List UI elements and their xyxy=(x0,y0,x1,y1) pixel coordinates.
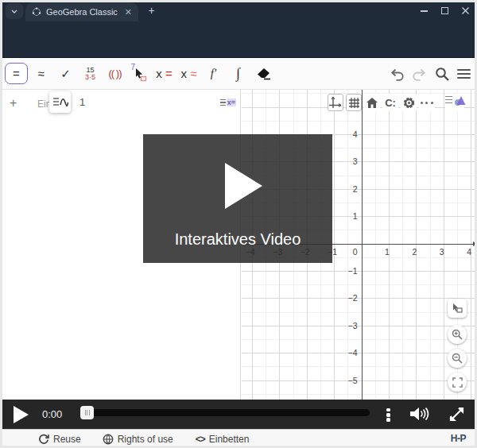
pointer-icon xyxy=(452,303,463,314)
zoom-in-button[interactable] xyxy=(448,325,467,344)
tab-close-icon[interactable]: ✕ xyxy=(125,8,132,17)
input-hint-text[interactable]: Ein xyxy=(37,98,49,110)
seek-bar[interactable] xyxy=(82,409,370,416)
redo-icon[interactable] xyxy=(412,67,428,82)
new-tab-button[interactable]: + xyxy=(145,4,158,17)
home-button[interactable] xyxy=(364,94,380,111)
close-button[interactable] xyxy=(460,6,471,16)
cas-factor-button[interactable]: 153·5 xyxy=(79,63,102,84)
minimize-button[interactable] xyxy=(419,6,429,16)
browser-tab[interactable]: GeoGebra Classic ✕ xyxy=(25,2,138,21)
seek-handle[interactable] xyxy=(80,406,94,419)
axes-icon xyxy=(328,96,343,109)
sort-badge: x= xyxy=(227,98,236,106)
home-icon xyxy=(366,97,378,109)
video-overlay[interactable]: Interaktives Video xyxy=(143,134,332,263)
tab-search-button[interactable] xyxy=(6,3,23,19)
y-tick-label: −4 xyxy=(348,348,358,357)
rights-of-use-button[interactable]: Rights of use xyxy=(103,434,173,445)
cas-integral-button[interactable]: ∫ xyxy=(227,63,250,84)
cas-substitute-button[interactable]: 7 xyxy=(128,63,151,84)
h5p-logo: H-P xyxy=(451,433,466,444)
algebra-wave-icon xyxy=(52,96,68,109)
reset-view-button[interactable] xyxy=(448,299,467,318)
y-tick-label: −2 xyxy=(348,293,358,303)
show-grid-button[interactable] xyxy=(346,94,362,111)
cas-toolbar: = ≈ ✓ 153·5 (( )) 7 x = x ≈ xyxy=(0,58,477,90)
screenshot-root: GeoGebra Classic ✕ + xyxy=(0,0,477,448)
embed-button[interactable]: <> Einbetten xyxy=(196,434,250,445)
volume-button[interactable] xyxy=(409,406,429,425)
y-tick-label: 3 xyxy=(353,156,358,166)
x-tick-label: 2 xyxy=(412,247,417,257)
minimize-icon xyxy=(421,10,428,12)
fullscreen-icon xyxy=(452,377,463,388)
grid-icon xyxy=(348,97,360,109)
zoom-out-button[interactable] xyxy=(448,349,467,368)
stylebar-toggle-button[interactable] xyxy=(445,94,464,111)
search-icon[interactable] xyxy=(435,67,450,82)
expand-arrows-icon xyxy=(448,406,465,423)
kebab-icon xyxy=(421,102,423,104)
maximize-icon xyxy=(441,7,448,14)
player-menu-button[interactable] xyxy=(386,407,390,423)
h5p-footer: Reuse Rights of use <> Einbetten H-P xyxy=(0,429,477,448)
gear-icon xyxy=(402,96,416,110)
y-axis xyxy=(362,90,363,400)
toolbar-right-actions xyxy=(389,58,471,90)
x-tick-label: 1 xyxy=(385,247,390,257)
cas-nsolve-button[interactable]: x ≈ xyxy=(177,63,200,84)
add-row-button[interactable]: + xyxy=(10,96,17,110)
settings-button[interactable] xyxy=(401,94,417,111)
zoom-in-icon xyxy=(452,329,463,340)
rights-icon xyxy=(103,434,114,445)
eraser-icon xyxy=(255,67,271,81)
cas-solve-button[interactable]: x = xyxy=(153,63,176,84)
kebab-icon xyxy=(386,408,390,412)
cas-delete-button[interactable] xyxy=(251,63,274,84)
capture-button[interactable]: C: xyxy=(382,94,398,111)
substitute-cursor-icon xyxy=(131,65,149,83)
geogebra-favicon xyxy=(32,7,41,17)
bookmarks-bar: ORGABERUFUNG_IBERUFUNG_IIFINANZENInterne… xyxy=(0,41,477,58)
y-tick-label: 1 xyxy=(353,211,358,221)
graphics-more-button[interactable] xyxy=(419,94,435,111)
reuse-button[interactable]: Reuse xyxy=(38,434,81,445)
x-tick-label: 4 xyxy=(467,247,471,257)
x-axis-arrow xyxy=(473,241,477,246)
graphics-fullscreen-button[interactable] xyxy=(448,373,467,392)
window-controls xyxy=(419,0,471,21)
maximize-button[interactable] xyxy=(440,6,450,16)
cas-derivative-button[interactable]: f' xyxy=(202,63,225,84)
capture-label: C: xyxy=(385,97,396,109)
play-button[interactable] xyxy=(14,406,29,423)
cas-evaluate-button[interactable]: = xyxy=(5,63,28,84)
show-axes-button[interactable] xyxy=(328,94,343,111)
tab-strip: GeoGebra Classic ✕ + xyxy=(0,0,477,21)
undo-icon[interactable] xyxy=(389,67,405,82)
algebra-sort-button[interactable]: x= xyxy=(218,94,238,111)
player-fullscreen-button[interactable] xyxy=(448,406,465,426)
close-icon xyxy=(461,6,470,15)
y-tick-label: −1 xyxy=(348,266,358,276)
origin-label: 0 xyxy=(353,247,358,257)
cas-expand-button[interactable]: (( )) xyxy=(103,63,126,84)
algebra-style-button[interactable] xyxy=(49,91,71,113)
speaker-icon xyxy=(409,406,429,422)
tab-title: GeoGebra Classic xyxy=(46,7,125,17)
y-tick-label: 4 xyxy=(353,129,358,139)
url-row: geogebra.org/classic?lang=de xyxy=(0,21,477,41)
current-time: 0:00 xyxy=(42,408,62,420)
row-number[interactable]: 1 xyxy=(80,96,85,108)
shapes-icon xyxy=(453,95,466,106)
y-tick-label: 2 xyxy=(353,184,358,194)
x-tick-label: 3 xyxy=(440,247,444,257)
y-tick-label: −3 xyxy=(348,321,358,330)
main-menu-icon[interactable] xyxy=(457,67,471,81)
chevron-down-icon xyxy=(11,10,17,14)
cas-approximate-button[interactable]: ≈ xyxy=(29,63,52,84)
reuse-icon xyxy=(38,434,49,445)
overlay-play-icon[interactable] xyxy=(225,163,262,209)
code-icon: <> xyxy=(196,434,205,445)
cas-keep-input-button[interactable]: ✓ xyxy=(54,63,77,84)
